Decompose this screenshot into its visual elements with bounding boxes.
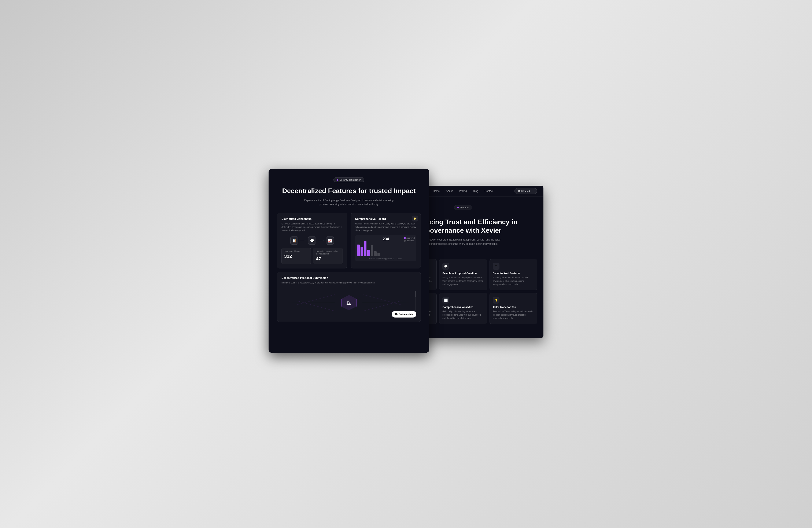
get-template-label: Get template [399, 313, 413, 316]
front-card: Security optimization Decentralized Feat… [269, 169, 429, 353]
bar-chart [357, 240, 414, 256]
get-started-label: Get Started [518, 190, 530, 192]
feature1-title: Distributed Consensus [281, 217, 343, 220]
vote-stats: Total votes till now 312 Remaining Membe… [281, 248, 343, 264]
feature3-title: Decentralized Proposal Submission [281, 276, 416, 280]
nav-contact[interactable]: Contact [484, 189, 493, 192]
flow-node-1: 📋 [290, 237, 299, 244]
total-votes-value: 312 [284, 254, 308, 259]
remaining-votes-value: 47 [316, 256, 340, 262]
feature-6-title: Tailor-Made for You [493, 306, 534, 309]
approved-label: Approved [406, 237, 415, 239]
feature-3-desc: Protect your data in our decentralized e… [493, 276, 534, 286]
front-title: Decentralized Features for trusted Impac… [277, 187, 421, 195]
feature-card-3: 🛡 Decentralized Features Protect your da… [490, 259, 537, 290]
badge-dot [337, 179, 338, 181]
flow-node-3: 📈 [326, 237, 334, 244]
google-icon: 🅖 [395, 313, 397, 316]
feature-2-desc: Easily draft and submit proposals and se… [443, 276, 483, 286]
total-votes-label: Total votes till now [284, 250, 308, 253]
feature2-title: Comprehensive Record [355, 217, 416, 220]
feature-2-title: Seamless Proposal Creation [443, 272, 483, 275]
get-started-button[interactable]: Get Started → [514, 188, 537, 194]
back-subtitle: Empower your organization with transpare… [423, 238, 503, 246]
feature3-desc: Members submit proposals directly to the… [281, 281, 416, 285]
feature2-desc: Maintain a detailed audit trail of every… [355, 222, 416, 232]
flow-diagram: 📋 ——→ 💬 ——→ 📈 [281, 237, 343, 244]
feature-5-desc: Gain insights into voting patterns and p… [443, 310, 483, 320]
hexagon-container: 🗳 [341, 295, 357, 310]
security-badge: Security optimization [333, 177, 364, 182]
front-subtitle: Explore a suite of Cutting-edge Features… [302, 198, 395, 206]
nav-blog[interactable]: Blog [473, 189, 478, 192]
nav-home[interactable]: Home [433, 189, 440, 192]
feature-card-2: 💬 Seamless Proposal Creation Easily draf… [439, 259, 487, 290]
chart-legend: Approved Rejected [404, 237, 415, 242]
get-template-button[interactable]: 🅖 Get template [392, 311, 416, 317]
record-icon: 📁 [412, 216, 418, 222]
scrollbar-track [415, 291, 416, 315]
feature-5-title: Comprehensive Analytics [443, 306, 483, 309]
feature-card-6: ✨ Tailor-Made for You Personalize Xevier… [490, 293, 537, 324]
nav-pricing[interactable]: Pricing [459, 189, 467, 192]
ballot-icon: 🗳 [346, 300, 351, 306]
arrow-2: ——→ [318, 240, 324, 242]
distributed-consensus-card: Distributed Consensus Enjoy fair decisio… [277, 213, 347, 268]
proposal-icon: 💬 [443, 263, 449, 270]
analytics-icon: 📊 [443, 297, 449, 303]
comprehensive-record-card: 📁 Comprehensive Record Maintain a detail… [351, 213, 421, 268]
decentralized-icon: 🛡 [493, 263, 499, 270]
security-badge-label: Security optimization [339, 179, 361, 181]
flow-node-2: 💬 [308, 237, 316, 244]
chart-result-label: Result: Proposal: Approved (234 votes) [357, 258, 414, 260]
remaining-votes-label: Remaining Members who did not vote yet [316, 250, 340, 255]
feature-3-title: Decentralized Features [493, 272, 534, 275]
scrollbar-thumb [415, 291, 416, 297]
nav-about[interactable]: About [446, 189, 452, 192]
total-votes-box: Total votes till now 312 [281, 248, 311, 264]
feature1-desc: Enjoy fair decision-making process deter… [281, 222, 343, 232]
feature-6-desc: Personalize Xevier to fit your unique ne… [493, 310, 534, 320]
feature-card-5: 📊 Comprehensive Analytics Gain insights … [439, 293, 487, 324]
chart-number: 234 [383, 237, 389, 241]
rejected-label: Rejected [406, 240, 414, 242]
proposal-submission-card: Decentralized Proposal Submission Member… [277, 272, 421, 322]
features-badge-label: Features [460, 206, 469, 209]
arrow-icon: → [531, 190, 534, 192]
arrow-1: ——→ [300, 240, 306, 242]
remaining-votes-box: Remaining Members who did not vote yet 4… [313, 248, 343, 264]
features-badge: Features [454, 205, 472, 210]
feature-grid-top: Distributed Consensus Enjoy fair decisio… [277, 213, 421, 268]
tailor-icon: ✨ [493, 297, 499, 303]
